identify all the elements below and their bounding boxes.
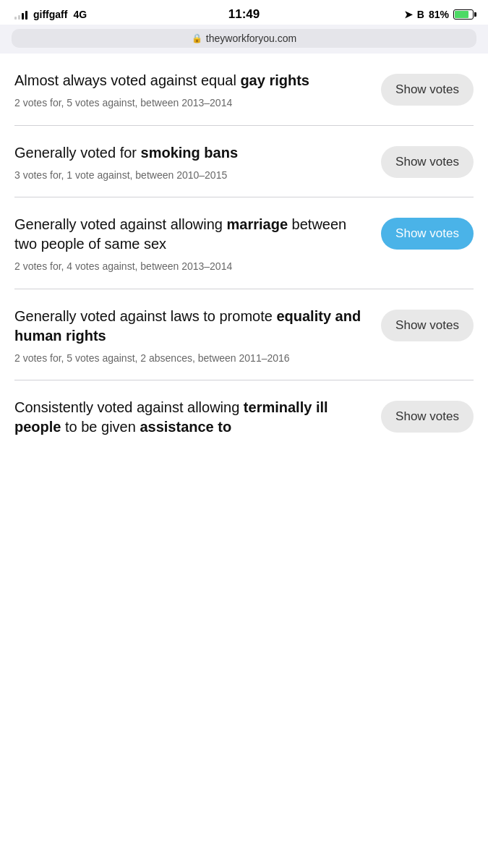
vote-stats-smoking-bans: 3 votes for, 1 vote against, between 201… [14,169,369,183]
vote-title-bold: gay rights [240,72,309,88]
clock: 11:49 [228,7,260,22]
vote-action-gay-rights: Show votes [381,74,474,106]
vote-stats-marriage: 2 votes for, 4 votes against, between 20… [14,260,369,274]
vote-item-equality: Generally voted against laws to promote … [0,289,488,380]
vote-item-marriage: Generally voted against allowing marriag… [0,197,488,289]
url-bar[interactable]: 🔒 theyworkforyou.com [12,29,476,48]
vote-content-terminally-ill: Consistently voted against allowing term… [14,398,369,443]
vote-title-terminally-ill: Consistently voted against allowing term… [14,398,369,437]
vote-title-suffix-terminally: to be given assistance to [61,419,231,435]
vote-stats-equality: 2 votes for, 5 votes against, 2 absences… [14,352,369,366]
network-type-label: 4G [73,9,87,20]
lock-icon: 🔒 [192,33,202,43]
url-text: theyworkforyou.com [206,33,296,44]
vote-title-prefix: Almost always voted against equal [14,72,240,88]
vote-action-smoking-bans: Show votes [381,146,474,178]
vote-title-prefix-equality: Generally voted against laws to promote [14,308,276,324]
battery-percent: 81% [429,9,449,20]
vote-title-equality: Generally voted against laws to promote … [14,307,369,346]
vote-stats-gay-rights: 2 votes for, 5 votes against, between 20… [14,96,369,111]
signal-bars-icon [14,9,27,20]
show-votes-button-marriage[interactable]: Show votes [381,218,474,250]
show-votes-button-equality[interactable]: Show votes [381,310,474,341]
show-votes-button-terminally-ill[interactable]: Show votes [381,401,474,433]
vote-title-prefix-smoking: Generally voted for [14,145,141,161]
show-votes-button-smoking-bans[interactable]: Show votes [381,146,474,178]
vote-action-marriage: Show votes [381,218,474,250]
vote-list: Almost always voted against equal gay ri… [0,54,488,457]
vote-title-marriage: Generally voted against allowing marriag… [14,215,369,254]
vote-title-gay-rights: Almost always voted against equal gay ri… [14,71,369,90]
vote-action-terminally-ill: Show votes [381,401,474,433]
bluetooth-icon: B [417,9,424,20]
vote-title-bold-smoking: smoking bans [141,145,238,161]
vote-content-marriage: Generally voted against allowing marriag… [14,215,369,274]
location-icon: ➤ [404,9,413,20]
vote-title-bold-marriage: marriage [227,216,288,232]
battery-icon [453,9,474,20]
vote-title-prefix-terminally: Consistently voted against allowing [14,399,244,415]
carrier-label: giffgaff [33,9,67,20]
vote-item-gay-rights: Almost always voted against equal gay ri… [0,54,488,125]
vote-content-smoking-bans: Generally voted for smoking bans 3 votes… [14,143,369,183]
status-bar: giffgaff 4G 11:49 ➤ B 81% [0,0,488,25]
vote-title-prefix-marriage: Generally voted against allowing [14,216,227,232]
status-bar-left: giffgaff 4G [14,9,87,20]
browser-bar[interactable]: 🔒 theyworkforyou.com [0,25,488,54]
vote-action-equality: Show votes [381,310,474,341]
vote-item-terminally-ill: Consistently voted against allowing term… [0,380,488,457]
show-votes-button-gay-rights[interactable]: Show votes [381,74,474,106]
vote-content-equality: Generally voted against laws to promote … [14,307,369,366]
vote-content-gay-rights: Almost always voted against equal gay ri… [14,71,369,111]
vote-item-smoking-bans: Generally voted for smoking bans 3 votes… [0,126,488,197]
vote-title-smoking-bans: Generally voted for smoking bans [14,143,369,163]
status-bar-right: ➤ B 81% [404,9,474,20]
